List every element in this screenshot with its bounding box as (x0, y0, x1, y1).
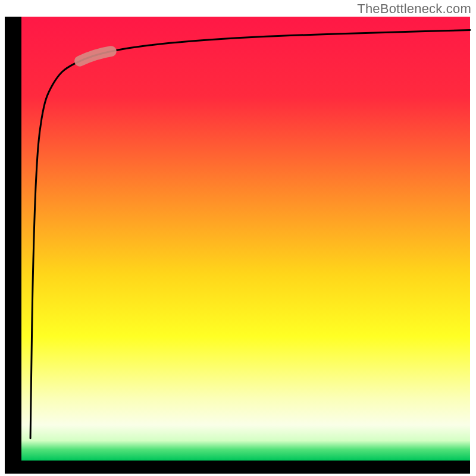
chart-container: TheBottleneck.com (0, 0, 476, 476)
y-axis (5, 17, 21, 472)
plot-background (21, 17, 470, 461)
x-axis (5, 461, 470, 474)
bottleneck-chart (0, 0, 476, 476)
watermark-label: TheBottleneck.com (357, 1, 471, 17)
